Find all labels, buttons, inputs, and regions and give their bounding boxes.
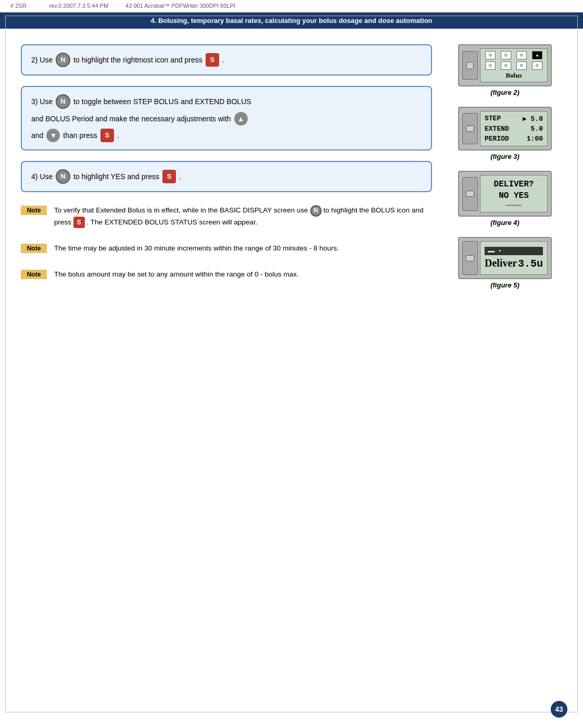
figure2-pump-display [466,62,474,69]
meta-line: # 2SR rev.0 2007.7.3 5:44 PM 43 001 Acro… [0,0,583,12]
step3-box: 3) Use N to toggle between STEP BOLUS an… [21,86,432,150]
figure4-screen: DELIVER? NO YES ▬▬▬▬▬ [480,175,548,212]
note1-n-button[interactable]: N [310,205,322,217]
page-number: 43 [551,701,567,718]
fig2-icon4: ■ [532,51,542,59]
fig5-deliver-row: Deliver 3.5u [485,257,543,270]
step4-line: 4) Use N to highlight YES and press S . [31,169,422,184]
step3-prefix: 3) Use [31,96,53,107]
note2-label: Note [21,244,47,253]
fig3-period-label: PERIOD [485,135,509,143]
fig2-icon8: ⊡ [532,61,542,70]
main-content: 2) Use N to highlight the rightmost icon… [0,29,583,305]
fig2-icon6: ⊡ [501,61,511,70]
step3-n-button[interactable]: N [56,94,70,109]
note2-text: The time may be adjusted in 30 minute in… [54,243,339,254]
figure2-device: ⊡ ⊡ ⊡ ■ ⊡ ⊡ ⊡ ⊡ Bolus [458,44,552,86]
figure5-pump-body [462,241,478,275]
step3-then-text: than press [63,130,97,141]
figure5-device: ▬▬ • Deliver 3.5u [458,237,552,279]
figure3-pump-screen [466,125,474,132]
figure4-block: DELIVER? NO YES ▬▬▬▬▬ (figure 4) [458,171,552,227]
figure4-label: (figure 4) [490,219,519,227]
note1-label: Note [21,206,47,215]
header-bar: 4. Bolusing, temporary basal rates, calc… [0,12,583,29]
step2-line: 2) Use N to highlight the rightmost icon… [31,53,422,67]
note3-label: Note [21,270,47,279]
fig2-icon3: ⊡ [516,51,527,59]
figure4-device: DELIVER? NO YES ▬▬▬▬▬ [458,171,552,217]
figure4-device-inner: DELIVER? NO YES ▬▬▬▬▬ [462,175,548,212]
note1-box: Note To verify that Extended Bolus is in… [21,203,432,230]
step2-box: 2) Use N to highlight the rightmost icon… [21,44,432,76]
figure5-block: ▬▬ • Deliver 3.5u (figure 5) [458,237,552,289]
figure3-device: STEP ▶ 5.0 EXTEND 5.0 PERIOD 1:00 [458,107,552,150]
fig3-extend-label: EXTEND [485,125,509,133]
step3-suffix: . [117,130,119,141]
step3-middle: to toggle between STEP BOLUS and EXTEND … [73,96,251,107]
fig3-period-row: PERIOD 1:00 [485,135,543,143]
figure2-device-inner: ⊡ ⊡ ⊡ ■ ⊡ ⊡ ⊡ ⊡ Bolus [462,48,548,82]
note1-text: To verify that Extended Bolus is in effe… [54,205,432,228]
fig4-ticker: ▬▬▬▬▬ [506,202,522,208]
fig3-step-row: STEP ▶ 5.0 [485,115,543,123]
figure2-block: ⊡ ⊡ ⊡ ■ ⊡ ⊡ ⊡ ⊡ Bolus [458,44,552,96]
step2-middle: to highlight the rightmost icon and pres… [73,54,202,66]
fig3-extend-value: 5.0 [531,125,543,133]
step4-box: 4) Use N to highlight YES and press S . [21,161,432,192]
figure5-screen: ▬▬ • Deliver 3.5u [480,241,548,275]
note3-text: The bolus amount may be set to any amoun… [54,269,299,280]
figure5-pump-screen [466,255,474,261]
figure2-pump-body [462,51,478,80]
note3-box: Note The bolus amount may be set to any … [21,267,432,282]
fig2-icon5: ⊡ [485,61,496,70]
figure5-label: (figure 5) [490,281,519,289]
figure3-block: STEP ▶ 5.0 EXTEND 5.0 PERIOD 1:00 [458,107,552,160]
figure2-top-row: ⊡ ⊡ ⊡ ■ [483,51,545,59]
figure2-label: (figure 2) [490,89,519,96]
figure3-device-inner: STEP ▶ 5.0 EXTEND 5.0 PERIOD 1:00 [462,111,548,146]
step2-suffix: . [222,54,224,66]
figure3-screen: STEP ▶ 5.0 EXTEND 5.0 PERIOD 1:00 [480,111,548,146]
step4-prefix: 4) Use [31,171,53,182]
fig3-extend-row: EXTEND 5.0 [485,125,543,133]
figure2-screen: ⊡ ⊡ ⊡ ■ ⊡ ⊡ ⊡ ⊡ Bolus [480,48,548,82]
fig2-bolus-label: Bolus [483,71,545,80]
step3-line3: and ▼ than press S . [31,129,422,142]
fig4-deliver-question: DELIVER? [494,180,534,189]
fig2-icon2: ⊡ [501,51,511,59]
step4-suffix: . [179,171,181,182]
step4-n-button[interactable]: N [56,169,70,184]
note2-box: Note The time may be adjusted in 30 minu… [21,241,432,256]
step3-and-text: and [31,130,43,141]
step3-adjust-text: and BOLUS Period and make the necessary … [31,113,231,124]
step3-line1: 3) Use N to toggle between STEP BOLUS an… [31,94,422,109]
fig5-top-bar: ▬▬ • [485,247,543,255]
step2-n-button[interactable]: N [56,53,70,67]
figure2-bottom-row: ⊡ ⊡ ⊡ ⊡ [483,61,545,70]
step4-middle: to highlight YES and press [73,171,159,182]
step3-up-button[interactable]: ▲ [234,112,248,125]
figure5-device-inner: ▬▬ • Deliver 3.5u [462,241,548,275]
fig5-deliver-amount: 3.5u [518,258,543,270]
figure4-pump-screen [466,191,474,197]
left-column: 2) Use N to highlight the rightmost icon… [21,44,432,289]
header-title: 4. Bolusing, temporary basal rates, calc… [150,17,432,24]
fig2-icon1: ⊡ [485,51,496,59]
fig3-step-label: STEP [485,115,501,123]
step3-line2: and BOLUS Period and make the necessary … [31,112,422,125]
fig2-icon7: ⊡ [516,61,527,70]
step2-s-button[interactable]: S [206,53,219,67]
figure3-label: (figure 3) [490,153,519,160]
step2-prefix: 2) Use [31,54,53,66]
figure4-pump-body [462,177,478,211]
fig3-step-value: ▶ 5.0 [523,115,543,123]
right-column: ⊡ ⊡ ⊡ ■ ⊡ ⊡ ⊡ ⊡ Bolus [448,44,562,289]
figure3-pump-body [462,113,478,144]
note1-s-button[interactable]: S [73,217,85,228]
step3-s-button[interactable]: S [100,129,114,142]
step4-s-button[interactable]: S [162,170,176,183]
fig3-period-value: 1:00 [527,135,543,143]
fig5-deliver-label: Deliver [485,257,517,269]
step3-down-button[interactable]: ▼ [46,129,60,142]
